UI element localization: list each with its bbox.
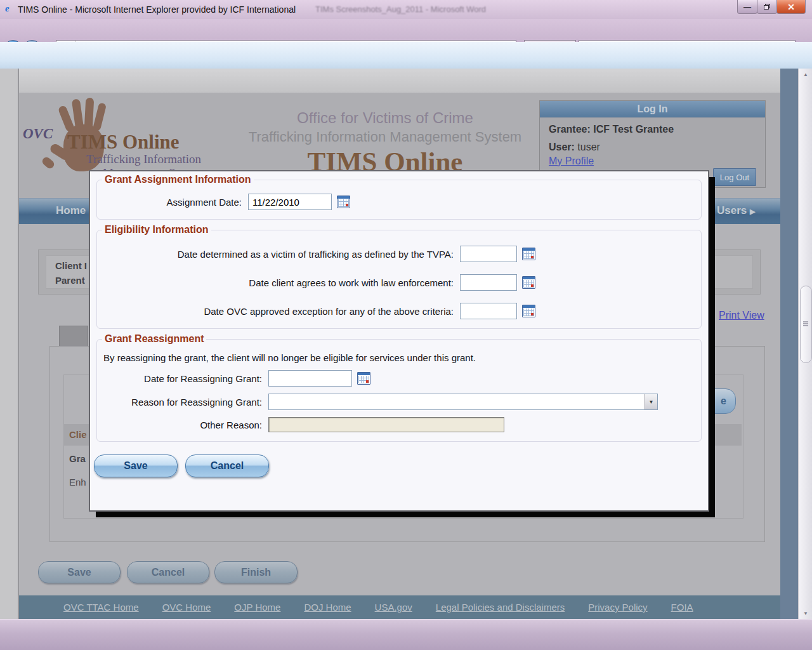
page-finish-button[interactable]: Finish <box>214 561 298 583</box>
reassign-reason-dropdown-icon[interactable]: ▼ <box>645 394 657 409</box>
assignment-date-label: Assignment Date: <box>103 197 242 208</box>
scrollbar-thumb[interactable] <box>800 286 812 363</box>
scroll-up-icon[interactable]: ▲ <box>799 69 812 80</box>
ojp-banner: Office of Justice Programs <box>19 69 780 93</box>
taskbar: O e ↺ ☎ W Desktop » ▲ ⚑ 5:27 PM <box>0 619 812 650</box>
reassignment-note: By reassigning the grant, the client wil… <box>103 352 695 363</box>
footer-link-usa-gov[interactable]: USA.gov <box>375 602 412 613</box>
user-line: User: tuser <box>549 142 765 153</box>
ovc-exception-date-input[interactable] <box>460 303 517 319</box>
footer-link-foia[interactable]: FOIA <box>671 602 693 613</box>
assignment-date-input[interactable] <box>248 194 332 210</box>
modal-cancel-button[interactable]: Cancel <box>185 454 269 477</box>
grantee-line: Grantee: ICF Test Grantee <box>549 124 765 135</box>
reassign-date-input[interactable] <box>268 370 352 387</box>
ovc-exception-date-label: Date OVC approved exception for any of t… <box>103 306 454 317</box>
reassign-date-calendar-icon[interactable] <box>357 372 370 385</box>
window-titlebar: e TIMS Online - Microsoft Internet Explo… <box>0 0 812 20</box>
restore-button[interactable] <box>757 0 777 14</box>
address-bar: ← → ▼ e http://tims.dev.icfi.com/ClientF… <box>0 19 812 42</box>
window-title: TIMS Online - Microsoft Internet Explore… <box>18 4 296 15</box>
other-reason-label: Other Reason: <box>103 420 262 430</box>
minimize-button[interactable]: — <box>737 0 757 14</box>
footer-link-ovc-ttac-home[interactable]: OVC TTAC Home <box>63 602 139 613</box>
ie-window-icon: e <box>5 3 10 14</box>
background-table-header-text: Clie <box>69 429 87 440</box>
reassign-reason-label: Reason for Reassigning Grant: <box>103 397 262 408</box>
footer-link-legal-policies[interactable]: Legal Policies and Disclaimers <box>436 602 565 613</box>
my-profile-link[interactable]: My Profile <box>549 156 594 167</box>
background-window-title: TIMs Screenshots_Aug_2011 - Microsoft Wo… <box>315 4 486 14</box>
background-tab[interactable] <box>59 326 88 347</box>
background-table-row2: Enh <box>69 477 86 488</box>
site-title-line2: Trafficking Information Management Syste… <box>236 129 534 145</box>
window-controls: — ✕ <box>738 0 806 14</box>
page-background-strip <box>780 69 798 619</box>
tabs-bar: ★ Favorites e TIMS Online <box>0 42 812 69</box>
site-title-block: Office for Victims of Crime Trafficking … <box>236 109 534 177</box>
nav-home[interactable]: Home <box>56 204 86 217</box>
page-save-button[interactable]: Save <box>38 561 121 583</box>
eligibility-section: Eligibility Information Date determined … <box>96 224 702 329</box>
page-cancel-button[interactable]: Cancel <box>127 561 209 583</box>
modal-button-row: Save Cancel <box>94 454 702 477</box>
reassignment-section-title: Grant Reassignment <box>102 333 206 345</box>
eligibility-section-title: Eligibility Information <box>102 224 211 235</box>
print-view-link[interactable]: Print View <box>719 310 764 321</box>
scrollbar-grip <box>803 321 808 322</box>
other-reason-input-disabled <box>268 417 504 432</box>
page-footer: OVC TTAC Home OVC Home OJP Home DOJ Home… <box>19 595 780 619</box>
site-title-line1: Office for Victims of Crime <box>236 109 534 127</box>
tvpa-date-input[interactable] <box>460 246 517 262</box>
reassignment-section: Grant Reassignment By reassigning the gr… <box>96 333 702 442</box>
footer-link-ovc-home[interactable]: OVC Home <box>162 602 211 613</box>
ovc-exception-date-calendar-icon[interactable] <box>522 305 535 317</box>
screen: e TIMS Online - Microsoft Internet Explo… <box>0 0 812 650</box>
background-table-row1: Gra <box>69 453 86 464</box>
reassign-reason-select[interactable]: ▼ <box>268 394 658 410</box>
restore-icon <box>764 4 770 10</box>
grant-assignment-dialog: Grant Assignment Information Assignment … <box>89 170 709 512</box>
law-enforcement-date-label: Date client agrees to work with law enfo… <box>103 277 454 288</box>
footer-link-privacy-policy[interactable]: Privacy Policy <box>588 602 647 613</box>
tvpa-date-label: Date determined as a victim of trafficki… <box>103 249 454 260</box>
assignment-section: Grant Assignment Information Assignment … <box>96 174 702 220</box>
law-enforcement-date-input[interactable] <box>460 274 517 291</box>
page-scrollbar[interactable]: ▲ ▼ <box>798 69 812 619</box>
reassign-date-label: Date for Reassigning Grant: <box>103 373 262 384</box>
logout-button[interactable]: Log Out <box>713 168 756 186</box>
ovc-logo-text: OVC <box>23 126 53 142</box>
footer-link-ojp-home[interactable]: OJP Home <box>234 602 280 613</box>
scroll-down-icon[interactable]: ▼ <box>799 607 812 619</box>
assignment-section-title: Grant Assignment Information <box>102 174 254 185</box>
law-enforcement-date-calendar-icon[interactable] <box>522 276 535 289</box>
tvpa-date-calendar-icon[interactable] <box>522 248 535 260</box>
nav-users-arrow-icon: ▶ <box>750 208 755 215</box>
close-button[interactable]: ✕ <box>776 0 806 14</box>
logo-subtitle-1: Trafficking Information <box>86 152 201 166</box>
assignment-date-calendar-icon[interactable] <box>337 196 350 208</box>
login-box-title: Log In <box>540 101 765 117</box>
modal-save-button[interactable]: Save <box>94 454 178 477</box>
nav-users[interactable]: Users ▶ <box>717 204 755 217</box>
logo-title: TIMS Online <box>67 131 180 154</box>
footer-link-doj-home[interactable]: DOJ Home <box>304 602 351 613</box>
